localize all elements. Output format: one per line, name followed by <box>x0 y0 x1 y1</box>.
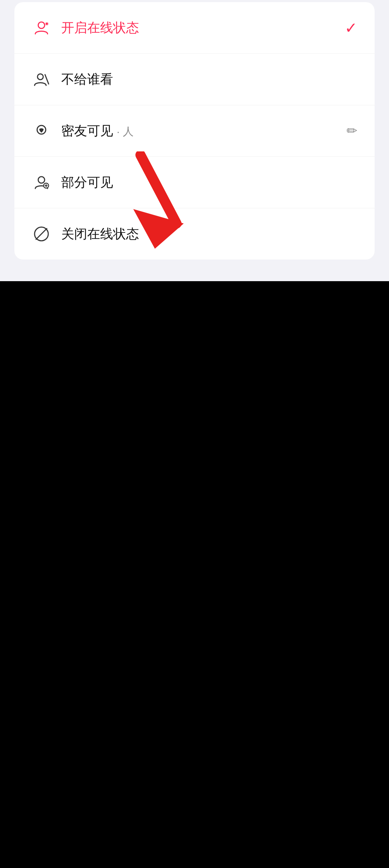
svg-point-56 <box>46 23 48 25</box>
option-label-partial: 部分可见 <box>61 174 357 191</box>
person-online-icon <box>32 18 51 37</box>
option-hide-from-all[interactable]: 不给谁看 <box>14 54 375 105</box>
option-label-hide: 不给谁看 <box>61 71 357 88</box>
person-partial-icon <box>32 173 51 192</box>
option-enable-online[interactable]: 开启在线状态 ✓ <box>14 2 375 54</box>
svg-point-57 <box>37 74 43 80</box>
location-heart-icon <box>32 121 51 141</box>
checkmark-icon: ✓ <box>345 19 357 37</box>
option-friends-only[interactable]: 密友可见 · 人 ✏ <box>14 105 375 157</box>
svg-point-54 <box>38 22 45 28</box>
option-label-enable: 开启在线状态 <box>61 19 335 37</box>
svg-point-60 <box>38 177 45 183</box>
friends-label-text: 密友可见 <box>61 123 113 138</box>
friends-count-dot: · 人 <box>117 125 134 137</box>
edit-icon[interactable]: ✏ <box>346 123 357 138</box>
svg-line-58 <box>45 75 49 84</box>
red-arrow <box>112 151 198 252</box>
option-label-friends: 密友可见 · 人 <box>61 122 336 140</box>
person-hide-icon <box>32 70 51 89</box>
circle-ban-icon <box>32 224 51 244</box>
option-label-close: 关闭在线状态 <box>61 225 357 243</box>
bottom-sheet: × <box>0 0 389 281</box>
svg-line-65 <box>36 229 47 239</box>
